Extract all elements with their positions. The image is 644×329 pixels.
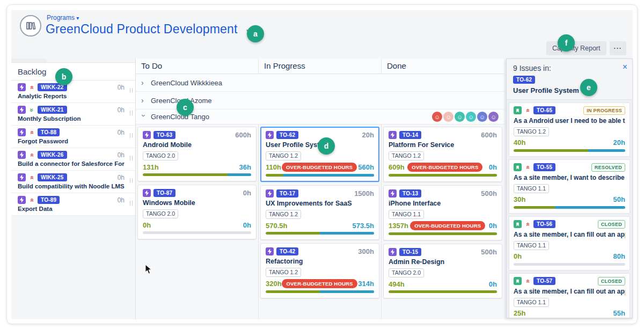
issue-key[interactable]: TO-14 [399,131,421,139]
spent-hours: 0h [143,221,151,229]
remaining-hours: 573.5h [353,222,374,230]
panel-card-to-55[interactable]: » TO-55 RESOLVED As a site member, I wan… [509,159,630,214]
issue-key[interactable]: TO-13 [399,189,421,198]
issue-key[interactable]: TO-55 [533,163,555,171]
over-budget-badge: OVER-BUDGETED HOURS [407,163,482,172]
issue-key[interactable]: TO-17 [276,189,298,198]
avatar[interactable]: ☺ [432,112,442,122]
column-todo: TO-63 600h Android Mobile TANGO 2.0 131h… [136,125,259,319]
story-icon [514,163,522,171]
priority-highest-icon: » [29,84,34,91]
progress-bar [514,206,625,209]
swimlane-wikkkieea[interactable]: › GreenCloud Wikkkieea [136,74,504,92]
spent-hours: 110h [266,163,281,171]
issue-key[interactable]: TO-87 [153,189,175,197]
card-to-42[interactable]: TO-42 300h Refactoring TANGO 1.2 320h OV… [260,243,379,298]
issue-title: As a site member, I can fill out an appl… [514,231,625,238]
issue-hours: 0h [118,84,125,91]
issue-key[interactable]: WIKK-25 [38,173,67,181]
column-header-done: Done [382,59,504,74]
progress-bar [514,263,625,266]
card-to-63[interactable]: TO-63 600h Android Mobile TANGO 2.0 131h… [137,127,257,181]
progress-bar [514,149,625,152]
card-to-14[interactable]: TO-14 600h Platform For Service TANGO 1.… [383,127,502,182]
initiative-icon [143,131,151,139]
initiative-icon [389,189,397,198]
estimate-hours: 600h [235,131,251,139]
backlog-item[interactable]: » WIKK-21 0h Monthly Subscription [11,103,135,126]
avatar[interactable]: ☺ [443,112,453,122]
version-label: TANGO 1.2 [266,151,301,160]
over-budget-badge: OVER-BUDGETED HOURS [282,279,357,288]
more-options-button[interactable]: ··· [610,41,627,55]
backlog-item[interactable]: » TO-88 0h Forgot Password [11,126,135,148]
spent-hours: 320h [266,280,282,288]
issue-key[interactable]: TO-62 [276,131,298,139]
avatar[interactable]: ☺ [466,112,476,122]
close-icon[interactable]: × [623,63,627,71]
drag-handle-icon[interactable] [130,178,133,183]
parent-issue-key[interactable]: TO-62 [513,76,535,84]
estimate-hours: 600h [481,131,497,139]
drag-handle-icon[interactable] [130,201,133,206]
backlog-item[interactable]: » TO-89 0h Export Data [11,193,135,216]
avatar[interactable]: ☺ [455,112,465,122]
avatar[interactable]: ☺ [477,112,487,122]
breadcrumb-programs[interactable]: Programs ▾ [47,14,79,21]
priority-highest-icon: » [29,197,34,203]
issue-key[interactable]: TO-63 [153,131,175,139]
priority-highest-icon: » [525,278,530,284]
card-to-87[interactable]: TO-87 0h Windows Mobile TANGO 2.0 0h 0h [137,185,257,239]
initiative-icon [18,106,26,114]
card-to-15[interactable]: TO-15 500h Admin Re-Design TANGO 2.0 494… [383,244,502,298]
annotation-b: b [55,68,72,85]
page-title: GreenCloud Product Development [46,22,238,36]
drag-handle-icon[interactable] [130,133,133,138]
backlog-item[interactable]: » WIKK-26 0h Build a connector for Sales… [11,148,135,171]
card-to-17[interactable]: TO-17 1500h UX Improvements for SaaS TAN… [260,185,379,240]
version-label: TANGO 2.0 [143,209,178,218]
issue-key[interactable]: WIKK-26 [38,151,67,159]
issue-key[interactable]: TO-56 [533,220,555,228]
panel-card-to-65[interactable]: » TO-65 IN PROGRESS As a Android user I … [509,103,630,157]
initiative-icon [389,131,397,139]
initiative-icon [266,247,274,255]
issue-key[interactable]: TO-42 [276,247,298,255]
backlog-item[interactable]: » WIKK-22 0h Analytic Reports [11,81,135,103]
status-badge: IN PROGRESS [583,106,625,115]
initiative-icon [266,131,274,139]
drag-handle-icon[interactable] [130,88,133,93]
priority-highest-icon: » [29,174,34,181]
spent-hours: 30h [514,195,525,203]
over-budget-badge: OVER-BUDGETED HOURS [282,163,357,172]
progress-bar [266,232,374,235]
backlog-item[interactable]: » WIKK-25 0h Build compatibility with No… [11,171,135,193]
spent-hours: 25h [514,309,525,317]
issue-key[interactable]: TO-57 [533,277,555,285]
issue-key[interactable]: TO-88 [38,128,60,136]
drag-handle-icon[interactable] [130,111,133,115]
issue-key[interactable]: TO-89 [38,196,60,204]
issues-detail-panel: 9 Issues in: TO-62 User Profile System ×… [506,59,633,318]
card-to-62[interactable]: TO-62 20h User Profile System TANGO 1.2 … [260,127,379,182]
program-header: Programs ▾ GreenCloud Product Developmen… [11,10,633,59]
capacity-report-button[interactable]: Capacity Report [546,41,606,55]
version-label: TANGO 2.0 [389,268,424,277]
story-icon [514,277,522,285]
avatar[interactable]: ☺ [488,112,499,122]
remaining-hours: 560h [358,163,374,171]
program-logo-icon [20,15,41,36]
initiative-icon [18,128,26,136]
drag-handle-icon[interactable] [130,156,133,160]
backlog-tab[interactable] [11,59,47,62]
issue-title: As a Android user I need to be able to s… [514,117,625,125]
initiative-icon [266,189,274,198]
panel-card-to-57[interactable]: » TO-57 CLOSED As a site member, I can f… [509,273,630,318]
card-to-13[interactable]: TO-13 500h iPhone Interface TANGO 1.1 13… [383,185,502,240]
panel-card-to-56[interactable]: » TO-56 CLOSED As a site member, I can f… [509,216,630,270]
issue-key[interactable]: TO-15 [399,248,421,256]
remaining-hours: 36h [239,163,251,171]
issue-key[interactable]: WIKK-21 [38,106,67,114]
remaining-hours: 0h [489,222,497,230]
issue-key[interactable]: TO-65 [533,106,555,114]
